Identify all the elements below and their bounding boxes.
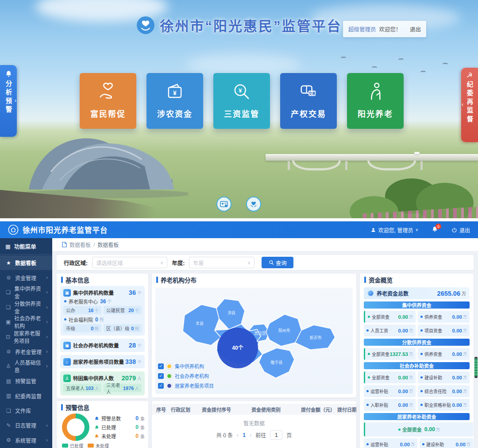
chevron-down-icon: ∨ bbox=[160, 260, 163, 265]
dashboard-header: 徐州市阳光养老监管平台 欢迎您, 管理员 ∨ 0 退出 bbox=[0, 221, 478, 238]
hero-title: 徐州市“阳光惠民”监管平台 bbox=[160, 15, 342, 35]
section-header-social-subsidy: 社会办补助资金 bbox=[364, 362, 470, 369]
tab-label: 纪委再监督 bbox=[465, 81, 474, 124]
power-icon bbox=[451, 227, 457, 233]
sidebar-item-discipline-supervision[interactable]: ▥ 纪委再监督 bbox=[0, 389, 52, 403]
query-button[interactable]: 查询 bbox=[262, 257, 293, 268]
legend-toggle-social[interactable]: ✓ 社会办养老机构 bbox=[158, 371, 214, 381]
page-number-button[interactable]: 1 bbox=[243, 432, 246, 438]
heart-hands-icon-button[interactable] bbox=[246, 197, 261, 212]
warning-stat-unprocessed: 🔔︎ 未处理 0 条 bbox=[94, 432, 145, 440]
marker-blue-icon bbox=[166, 383, 172, 389]
chevron-right-icon: › bbox=[46, 348, 48, 355]
tile-chanquan-jiaoyi[interactable]: 交易 产权交易 bbox=[280, 73, 337, 129]
sidebar-item-log-management[interactable]: ✎ 日志管理 › bbox=[0, 418, 52, 433]
fund-cell: 入职补贴0.00万 bbox=[364, 399, 416, 411]
bell-icon bbox=[5, 70, 12, 77]
warning-info-panel: 预警信息 🔔︎ 预警总数 0 条 🔔︎ 已处理 0 条 🔔︎ 未处理 0 条 bbox=[57, 401, 148, 448]
chevron-right-icon: › bbox=[46, 437, 48, 443]
count-bubble-label: 40个 bbox=[232, 344, 243, 351]
tile-fumin-bangcu[interactable]: 富民帮促 bbox=[80, 73, 136, 129]
fund-cell: 职业资格补贴0.00万 bbox=[418, 399, 470, 411]
monitor-icon: ⊡ bbox=[6, 334, 10, 340]
column-header: 拨付金额（元） bbox=[299, 404, 335, 415]
warning-donut-chart bbox=[62, 413, 89, 441]
page-scrollbar-thumb[interactable] bbox=[474, 357, 478, 378]
bullet-dot bbox=[64, 318, 66, 321]
fund-cell: 建设补助0.00万 bbox=[418, 371, 470, 383]
gear-icon: ⚙ bbox=[6, 437, 12, 443]
chevron-right-icon: › bbox=[15, 97, 16, 104]
sidebar-item-centralized-support-fund[interactable]: ❏ 集中供养资金 › bbox=[0, 285, 52, 300]
fund-cell: 运营补贴0.00万 bbox=[364, 438, 417, 448]
analysis-warning-tab[interactable]: 分析预警 › bbox=[0, 65, 17, 137]
sidebar: ▦ 功能菜单 ★ 数据看板 ⊜ 资金管理 › ❏ 集中供养资金 › ❏ 分散供养… bbox=[0, 238, 52, 448]
region-label: 沛县 bbox=[227, 310, 235, 315]
wallet-yuan-icon: ¥ bbox=[163, 80, 186, 103]
fund-cell: 供养资金0.00万 bbox=[418, 348, 470, 360]
sidebar-item-fund-management[interactable]: ⊜ 资金管理 › bbox=[0, 270, 52, 285]
checkbox-checked-icon[interactable]: ✓ bbox=[158, 373, 164, 379]
column-header: 资金拨付序号 bbox=[200, 404, 249, 415]
id-card-icon-button[interactable] bbox=[216, 197, 231, 212]
folder-icon: ❏ bbox=[6, 304, 11, 310]
chevron-down-icon: ∨ bbox=[415, 228, 418, 232]
sidebar-item-file-library[interactable]: ❏ 文件库 bbox=[0, 403, 52, 418]
magnifier-yuan-icon: ¥ bbox=[230, 80, 253, 103]
column-header: 资金使用类别 bbox=[249, 404, 299, 415]
tile-sanzi-jianguan[interactable]: ¥ 三资监管 bbox=[213, 73, 270, 129]
goto-page-input[interactable] bbox=[270, 430, 282, 440]
year-select[interactable]: 年度 ∨ bbox=[189, 257, 254, 268]
prev-page-button[interactable]: ‹ bbox=[237, 432, 239, 438]
tile-label: 阳光养老 bbox=[358, 108, 393, 119]
fund-total-row: 养老资金总数 2655.06 万 bbox=[364, 287, 470, 299]
bird-icon bbox=[398, 54, 404, 62]
fund-cell-total: 全部资金0.00万 bbox=[364, 422, 473, 436]
discipline-supervision-tab[interactable]: ☭ 纪委再监督 ‹ bbox=[461, 68, 478, 142]
fund-cell: 人员工资0.00万 bbox=[364, 324, 416, 336]
legend-toggle-centralized[interactable]: ✓ 集中供养机构 bbox=[158, 361, 214, 371]
region-select[interactable]: 请选择区域 ∨ bbox=[92, 257, 167, 268]
sidebar-item-pension-management[interactable]: ⊜ 养老金管理 › bbox=[0, 344, 52, 359]
logout-button[interactable]: 退出 bbox=[410, 25, 421, 33]
coin-icon: ⊜ bbox=[6, 274, 12, 281]
stat-card-social-institutions: ▣ 社会办养老机构数量 28 个 bbox=[60, 339, 145, 352]
fund-allocation-table-panel: 序号 行政区划 资金拨付序号 资金使用类别 拨付金额（元） 拨付日期 暂无数据 … bbox=[152, 401, 356, 448]
svg-text:¥: ¥ bbox=[173, 89, 177, 97]
user-menu[interactable]: 欢迎您, 管理员 ∨ bbox=[370, 226, 418, 234]
sidebar-item-data-board[interactable]: ★ 数据看板 bbox=[0, 255, 52, 270]
section-header-centralized: 集中供养资金 bbox=[364, 301, 470, 309]
dashboard-logo bbox=[8, 224, 19, 235]
sidebar-item-social-elderly-institutions[interactable]: ▣ 社会办养老机构 › bbox=[0, 315, 52, 329]
tile-label: 三资监管 bbox=[224, 108, 259, 119]
dashboard-title: 徐州市阳光养老监管平台 bbox=[23, 224, 108, 235]
sidebar-item-warning-supervision[interactable]: ▤ 预警监管 bbox=[0, 374, 52, 388]
bullet-dot bbox=[64, 300, 66, 302]
tile-yangguang-yanglao[interactable]: 阳光养老 bbox=[347, 73, 404, 129]
sidebar-item-system-management[interactable]: ⚙ 系统管理 › bbox=[0, 433, 52, 448]
checkbox-checked-icon[interactable]: ✓ bbox=[158, 383, 164, 389]
fund-cell: 全部资金1327.53万 bbox=[364, 348, 416, 360]
region-label: 邳州市 bbox=[278, 328, 290, 333]
tile-shenong-zijin[interactable]: ¥ 涉农资金 bbox=[146, 73, 203, 129]
basic-info-panel: 基本信息 ▣ 集中供养机构数量 36 个 养老服务中心 36 个 公办 16 个… bbox=[57, 274, 148, 398]
year-filter-label: 年度: bbox=[172, 259, 185, 267]
logout-button[interactable]: 退出 bbox=[451, 226, 470, 234]
building-icon: ▣ bbox=[6, 319, 11, 325]
pencil-icon: ✎ bbox=[6, 422, 12, 429]
sidebar-item-decentralized-support-fund[interactable]: ❏ 分散供养资金 › bbox=[0, 300, 52, 314]
institution-distribution-panel: 养老机构分布 丰县 沛县 贾汪区 邳州市 新沂市 睢宁县 40个 bbox=[152, 274, 356, 398]
bird-icon bbox=[341, 52, 346, 60]
total-count: 共 0 条 bbox=[216, 431, 233, 439]
tab-label: 分析预警 bbox=[4, 80, 13, 115]
cloud-decoration bbox=[186, 53, 301, 75]
stat-card-homecare-projects: ⌂ 居家养老服务项目数量 338 个 bbox=[60, 355, 145, 368]
stat-card-centralized-institutions: ▣ 集中供养机构数量 36 个 养老服务中心 36 个 公办 16 个 公建民营… bbox=[60, 286, 145, 336]
notification-bell-button[interactable]: 0 bbox=[432, 226, 438, 234]
checkbox-checked-icon[interactable]: ✓ bbox=[158, 363, 164, 369]
next-page-button[interactable]: › bbox=[250, 432, 251, 438]
breadcrumb-root[interactable]: 数据看板 bbox=[69, 241, 91, 248]
sidebar-item-personnel-info[interactable]: ♙ 人员基础信息 › bbox=[0, 359, 52, 374]
legend-toggle-homecare[interactable]: ✓ 居家养老服务项目 bbox=[158, 381, 214, 390]
sidebar-item-home-care-projects[interactable]: ⊡ 居家养老服务项目 › bbox=[0, 329, 52, 344]
